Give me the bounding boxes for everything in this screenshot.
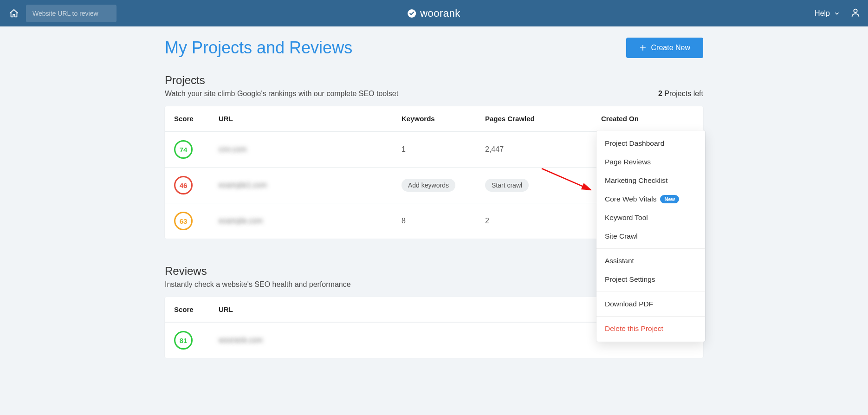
user-icon <box>850 7 861 18</box>
projects-section: Projects Watch your site climb Google's … <box>165 74 703 239</box>
chevron-down-icon <box>834 10 840 17</box>
reviews-title: Reviews <box>165 265 351 278</box>
projects-left: 2 Projects left <box>658 90 703 98</box>
page-header: My Projects and Reviews Create New <box>165 38 703 58</box>
url-input[interactable] <box>32 10 110 17</box>
top-bar: woorank Help <box>0 0 868 26</box>
help-menu[interactable]: Help <box>815 9 840 18</box>
create-new-label: Create New <box>651 44 690 52</box>
dd-project-settings[interactable]: Project Settings <box>596 270 705 289</box>
dd-site-crawl[interactable]: Site Crawl <box>596 227 705 246</box>
url-input-container <box>26 5 117 22</box>
projects-subtitle: Watch your site climb Google's rankings … <box>165 90 398 98</box>
score-badge: 46 <box>174 176 193 195</box>
user-menu[interactable] <box>850 7 861 19</box>
create-new-button[interactable]: Create New <box>626 38 703 58</box>
new-badge: New <box>660 195 679 203</box>
page-title: My Projects and Reviews <box>165 38 352 58</box>
dd-core-web-vitals[interactable]: Core Web VitalsNew <box>596 190 705 208</box>
project-url: example.com <box>219 217 402 225</box>
dd-assistant[interactable]: Assistant <box>596 252 705 270</box>
projects-left-count: 2 <box>658 90 662 97</box>
projects-table: Score URL Keywords Pages Crawled Created… <box>165 106 703 239</box>
dd-delete-project[interactable]: Delete this Project <box>596 319 705 338</box>
project-pages: 2,447 <box>485 145 601 154</box>
start-crawl-button[interactable]: Start crawl <box>485 179 529 192</box>
project-url: example1.com <box>219 181 402 189</box>
dd-separator <box>596 292 705 292</box>
dd-keyword-tool[interactable]: Keyword Tool <box>596 208 705 227</box>
dd-marketing-checklist[interactable]: Marketing Checklist <box>596 171 705 190</box>
project-keywords: 8 <box>402 217 485 225</box>
score-badge: 74 <box>174 140 193 159</box>
projects-title: Projects <box>165 74 398 87</box>
dd-download-pdf[interactable]: Download PDF <box>596 295 705 313</box>
plus-icon <box>639 44 647 52</box>
help-label: Help <box>815 9 830 18</box>
col-score: Score <box>174 305 219 313</box>
dd-separator <box>596 248 705 249</box>
col-url: URL <box>219 115 402 123</box>
main-content: My Projects and Reviews Create New Proje… <box>165 26 703 358</box>
home-icon <box>9 8 19 19</box>
project-url: cnn.com <box>219 145 402 154</box>
col-pages: Pages Crawled <box>485 115 601 123</box>
col-created: Created On <box>601 115 694 123</box>
brand-logo[interactable]: woorank <box>408 7 460 19</box>
col-keywords: Keywords <box>402 115 485 123</box>
brand-check-icon <box>408 9 416 18</box>
dd-project-dashboard[interactable]: Project Dashboard <box>596 134 705 153</box>
projects-table-head: Score URL Keywords Pages Crawled Created… <box>165 106 703 131</box>
reviews-subtitle: Instantly check a website's SEO health a… <box>165 280 351 289</box>
project-keywords: 1 <box>402 145 485 154</box>
header-right: Help <box>815 7 861 19</box>
brand-text: woorank <box>420 7 460 19</box>
score-badge: 63 <box>174 212 193 230</box>
col-score: Score <box>174 115 219 123</box>
project-pages: 2 <box>485 217 601 225</box>
add-keywords-button[interactable]: Add keywords <box>402 179 455 192</box>
dd-separator <box>596 316 705 317</box>
home-button[interactable] <box>7 7 20 20</box>
dd-page-reviews[interactable]: Page Reviews <box>596 153 705 171</box>
project-actions-dropdown: Project Dashboard Page Reviews Marketing… <box>596 130 705 342</box>
score-badge: 81 <box>174 331 193 350</box>
projects-left-label: Projects left <box>664 90 703 97</box>
svg-point-0 <box>854 9 857 12</box>
